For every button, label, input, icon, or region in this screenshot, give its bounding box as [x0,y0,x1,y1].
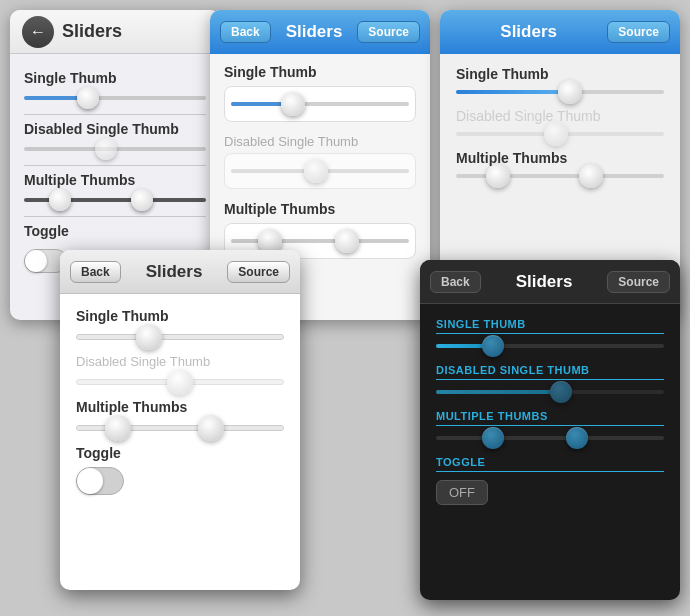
panel3-header: Sliders Source [440,10,680,54]
p5-single-section: SINGLE THUMB [436,318,664,348]
p2-single-label: Single Thumb [224,64,416,80]
p4-toggle-section: Toggle [76,445,284,495]
panel1-header: ← Sliders [10,10,220,54]
p5-multi-label: MULTIPLE THUMBS [436,410,664,426]
p4-disabled-label: Disabled Single Thumb [76,354,284,369]
p5-multi-slider[interactable] [436,436,664,440]
p3-disabled-slider [456,132,664,136]
panel2-source-button[interactable]: Source [357,21,420,43]
p5-single-slider[interactable] [436,344,664,348]
panel2-content: Single Thumb Disabled Single Thumb Multi… [210,54,430,281]
panel5-source-button[interactable]: Source [607,271,670,293]
p1-disabled-slider [10,139,220,165]
p5-toggle-section: TOGGLE OFF [436,456,664,505]
p4-toggle-label: Toggle [76,445,284,461]
p4-disabled-section: Disabled Single Thumb [76,354,284,385]
p1-multi-slider[interactable] [10,190,220,216]
panel5-back-button[interactable]: Back [430,271,481,293]
p4-single-label: Single Thumb [76,308,284,324]
p5-toggle-label: TOGGLE [436,456,664,472]
p3-multi-section: Multiple Thumbs [456,150,664,178]
panel2-header: Back Sliders Source [210,10,430,54]
p3-single-slider[interactable] [456,90,664,94]
p1-single-thumb-label: Single Thumb [10,64,220,88]
panel2-title: Sliders [277,22,352,42]
p5-multi-section: MULTIPLE THUMBS [436,410,664,440]
panel1-title: Sliders [62,21,122,42]
p2-multi-label: Multiple Thumbs [224,201,416,217]
p3-disabled-section: Disabled Single Thumb [456,108,664,136]
p3-disabled-label: Disabled Single Thumb [456,108,664,124]
p4-multi-label: Multiple Thumbs [76,399,284,415]
p2-disabled-slider [224,153,416,189]
p4-disabled-slider [76,379,284,385]
p1-toggle-label: Toggle [10,217,220,241]
p5-single-label: SINGLE THUMB [436,318,664,334]
p3-single-section: Single Thumb [456,66,664,94]
p3-multi-label: Multiple Thumbs [456,150,664,166]
panel3-source-button[interactable]: Source [607,21,670,43]
p5-disabled-slider [436,390,664,394]
p4-single-slider[interactable] [76,334,284,340]
panel3-title: Sliders [450,22,607,42]
panel4-source-button[interactable]: Source [227,261,290,283]
p3-single-label: Single Thumb [456,66,664,82]
p4-toggle-knob [77,468,103,494]
panel5-header: Back Sliders Source [420,260,680,304]
p3-multi-slider[interactable] [456,174,664,178]
p1-disabled-label: Disabled Single Thumb [10,115,220,139]
p5-disabled-label: DISABLED SINGLE THUMB [436,364,664,380]
p4-toggle-switch[interactable] [76,467,124,495]
p1-single-thumb-slider[interactable] [10,88,220,114]
panel4-back-button[interactable]: Back [70,261,121,283]
p5-disabled-section: DISABLED SINGLE THUMB [436,364,664,394]
panel5-title: Sliders [487,272,602,292]
back-arrow-icon[interactable]: ← [22,16,54,48]
panel4-content: Single Thumb Disabled Single Thumb Multi… [60,294,300,523]
p1-multi-label: Multiple Thumbs [10,166,220,190]
p4-toggle-row [76,467,284,495]
p4-multi-slider[interactable] [76,425,284,431]
p4-single-section: Single Thumb [76,308,284,340]
p2-disabled-label: Disabled Single Thumb [224,134,416,149]
p5-off-badge: OFF [436,480,488,505]
panel-white-popup: Back Sliders Source Single Thumb Disable… [60,250,300,590]
p2-single-slider[interactable] [224,86,416,122]
panel5-content: SINGLE THUMB DISABLED SINGLE THUMB MULTI… [420,304,680,535]
panel2-back-button[interactable]: Back [220,21,271,43]
panel-dark-theme: Back Sliders Source SINGLE THUMB DISABLE… [420,260,680,600]
p4-multi-section: Multiple Thumbs [76,399,284,431]
panel4-title: Sliders [127,262,222,282]
panel4-header: Back Sliders Source [60,250,300,294]
panel3-content: Single Thumb Disabled Single Thumb Multi… [440,54,680,204]
